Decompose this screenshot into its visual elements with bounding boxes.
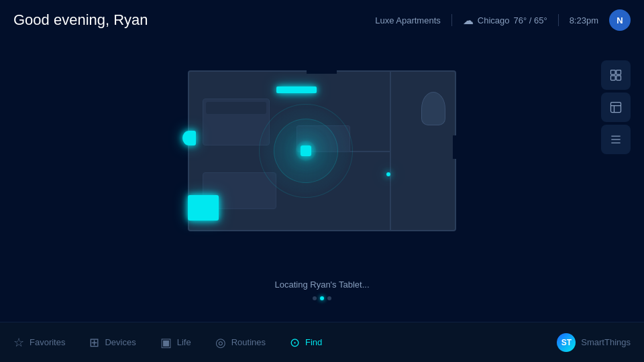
devices-label: Devices [105,337,136,347]
find-label: Find [305,337,322,347]
weather-info: ☁ Chicago 76° / 65° [463,14,547,27]
dot-2 [320,296,324,300]
devices-icon: ⊞ [89,335,99,350]
life-icon: ▣ [160,335,172,350]
life-label: Life [177,337,191,347]
rooms-button[interactable] [601,60,631,90]
routines-icon: ◎ [215,335,226,350]
city: Chicago [478,15,510,25]
dot-1 [313,296,317,300]
status-text: Locating Ryan's Tablet... [275,280,370,290]
divider2 [558,14,559,26]
floorplan-container [161,44,483,258]
brand-name: SmartThings [581,337,631,347]
nav-item-find[interactable]: ⊙ Find [290,335,322,350]
progress-dots [313,296,331,300]
greeting: Good evening, Ryan [13,11,148,29]
routines-label: Routines [231,337,266,347]
device-light-bottom-box [188,195,219,221]
device-light-left [182,131,196,145]
layout-button[interactable] [601,93,631,122]
header-right: Luxe Apartments ☁ Chicago 76° / 65° 8:23… [375,9,631,31]
nav-item-favorites[interactable]: ☆ Favorites [13,335,65,350]
pulse-container [259,104,353,198]
location-name: Luxe Apartments [375,15,441,25]
menu-button[interactable] [601,125,631,154]
svg-rect-3 [616,76,621,80]
door-right [453,135,456,159]
brand-logo: ST [557,333,576,352]
svg-rect-4 [611,103,621,113]
room-outer [188,70,456,231]
header: Good evening, Ryan Luxe Apartments ☁ Chi… [0,0,644,40]
find-icon: ⊙ [290,335,300,350]
svg-rect-2 [611,76,616,80]
weather-icon: ☁ [463,14,474,27]
device-light-top [276,86,317,93]
divider [451,14,452,26]
toilet [421,92,445,125]
favorites-icon: ☆ [13,335,24,350]
svg-rect-0 [611,70,616,75]
bottom-nav: ☆ Favorites ⊞ Devices ▣ Life ◎ Routines … [0,322,644,362]
temperature: 76° / 65° [513,15,547,25]
floorplan [168,57,476,245]
favorites-label: Favorites [30,337,65,347]
door-top [307,70,337,74]
nav-item-life[interactable]: ▣ Life [160,335,191,350]
nav-item-routines[interactable]: ◎ Routines [215,335,266,350]
nav-item-devices[interactable]: ⊞ Devices [89,335,136,350]
time: 8:23pm [570,15,598,25]
brand: ST SmartThings [557,333,631,352]
svg-rect-1 [616,70,621,75]
device-light-small [386,172,390,176]
right-panel [601,60,631,154]
dot-3 [327,296,331,300]
avatar[interactable]: N [609,9,631,31]
device-dot [301,145,311,156]
nav-items: ☆ Favorites ⊞ Devices ▣ Life ◎ Routines … [13,335,322,350]
